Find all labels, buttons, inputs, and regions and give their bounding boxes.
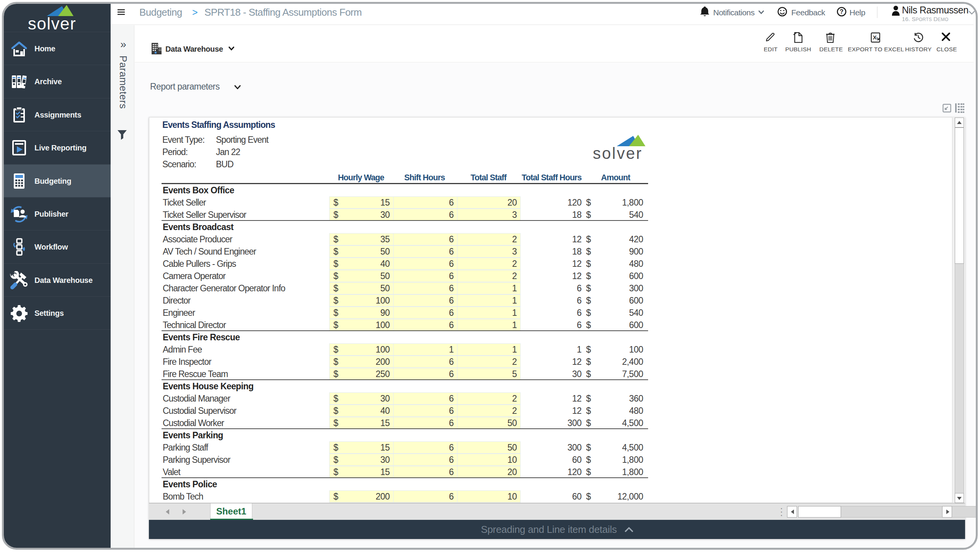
svg-text:X: X bbox=[873, 34, 877, 41]
svg-text:?: ? bbox=[840, 8, 844, 15]
